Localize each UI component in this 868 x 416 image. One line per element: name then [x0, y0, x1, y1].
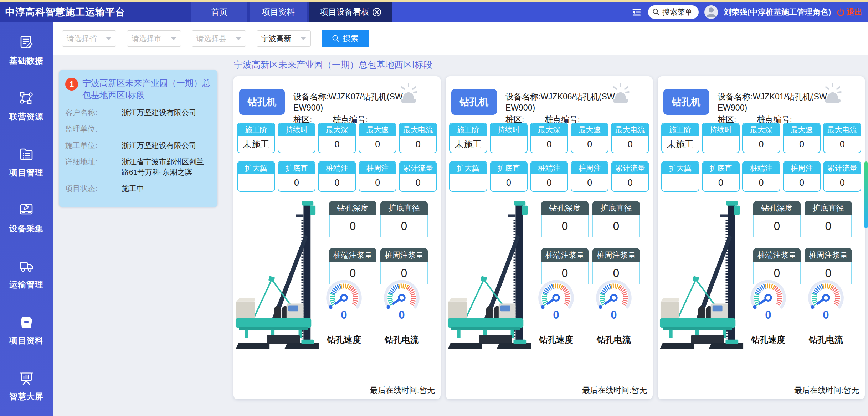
district-select[interactable]: 宁波高新 — [257, 30, 311, 47]
gauge-value: 0 — [399, 309, 405, 321]
power-icon — [837, 8, 845, 16]
sidebar-item-smart-screen[interactable]: 智慧大屏 — [0, 358, 53, 414]
gauge-label: 钻孔速度 — [745, 334, 791, 345]
close-tab-icon[interactable] — [372, 7, 381, 17]
stats-row-2: 扩大翼 扩底直0 桩端注0 桩周注0 累计流量0 — [237, 161, 437, 192]
search-icon — [332, 35, 340, 42]
county-select[interactable]: 请选择县 — [192, 30, 246, 47]
gauge-value: 0 — [341, 309, 347, 321]
device-card: 钻孔机 设备名称:WJZK07/钻孔机(SWEW900) 桩区: 桩点编号: 施… — [233, 76, 441, 399]
stat-box: 持续时 — [490, 123, 528, 153]
device-card: 钻孔机 设备名称:WJZK01/钻孔机(SWEW900) 桩区: 桩点编号: 施… — [658, 76, 865, 399]
scrollbar-thumb[interactable] — [864, 161, 868, 228]
chevron-down-icon — [236, 37, 241, 40]
gauge-label: 钻孔电流 — [803, 334, 849, 345]
logout-button[interactable]: 退出 — [837, 7, 862, 17]
menu-fold-icon[interactable] — [631, 6, 642, 18]
sidebar-item-basic-data[interactable]: 基础数据 — [0, 22, 53, 78]
archive-icon — [18, 314, 35, 331]
gauge-value: 0 — [765, 309, 771, 321]
gauge-dial: 0 — [321, 279, 367, 322]
stat-box: 最大速0 — [783, 123, 821, 153]
sidebar-item-device-collect[interactable]: 设备采集 — [0, 190, 53, 246]
dashboard-screen-icon — [18, 370, 35, 387]
gauge-label: 钻孔速度 — [321, 334, 367, 345]
stat-box: 桩周注0 — [359, 161, 397, 192]
sidebar-item-project-mgmt[interactable]: 项目管理 — [0, 134, 53, 190]
chevron-down-icon — [171, 37, 176, 40]
folder-list-icon — [18, 146, 35, 163]
alarm-siren-icon — [822, 81, 843, 105]
device-wrench-icon — [18, 202, 35, 219]
stat-box: 桩端注0 — [742, 161, 780, 192]
search-button[interactable]: 搜索 — [322, 30, 369, 47]
stat-box: 最大深0 — [742, 123, 780, 153]
avatar — [704, 5, 718, 19]
main-content: 宁波高新区未来产业园（一期）总包基地西区I标段 1 宁波高新区未来产业园（一期）… — [53, 55, 868, 416]
gauge-drill-speed: 0 钻孔速度 — [533, 279, 579, 345]
stats-row-1: 施工阶未施工 持续时 最大深0 最大速0 最大电流0 — [237, 123, 437, 153]
sidebar-item-joint-resources[interactable]: 联营资源 — [0, 78, 53, 134]
section-title: 宁波高新区未来产业园（一期）总包基地西区I标段 — [234, 59, 432, 71]
app-header: 中淳高科智慧施工运输平台 首页 项目资料 项目设备看板 搜索菜单 刘荣强(中淳桩… — [0, 2, 868, 22]
project-title-link[interactable]: 宁波高新区未来产业园（一期）总包基地西区I标段 — [82, 77, 211, 101]
stat-box: 最大速0 — [571, 123, 609, 153]
device-type-badge: 钻孔机 — [451, 89, 497, 115]
project-row-builder: 施工单位: 浙江万坚建设有限公司 — [65, 140, 211, 150]
stat-box: 最大深0 — [530, 123, 568, 153]
gauge-value: 0 — [823, 309, 829, 321]
truck-icon — [18, 258, 35, 275]
doc-edit-icon — [18, 34, 35, 51]
gauge-label: 钻孔速度 — [533, 334, 579, 345]
sidebar: 基础数据 联营资源 项目管理 设备采集 — [0, 22, 53, 416]
city-select[interactable]: 请选择市 — [127, 30, 181, 47]
filter-bar: 请选择省 请选择市 请选择县 宁波高新 搜索 — [53, 22, 868, 55]
stat-box: 桩端注0 — [530, 161, 568, 192]
province-select[interactable]: 请选择省 — [62, 30, 116, 47]
project-row-supervisor: 监理单位: — [65, 124, 211, 134]
stat-box: 扩底直0 — [278, 161, 316, 192]
tab-device-board[interactable]: 项目设备看板 — [309, 2, 392, 22]
stat-box: 累计流量0 — [823, 161, 861, 192]
username: 刘荣强(中淳桩基施工管理角色) — [724, 7, 831, 17]
alarm-siren-icon — [398, 81, 419, 105]
gauge-dial: 0 — [533, 279, 579, 322]
stats-row-1: 施工阶未施工 持续时 最大深0 最大速0 最大电流0 — [661, 123, 861, 153]
sidebar-item-transport-mgmt[interactable]: 运输管理 — [0, 246, 53, 302]
device-type-badge: 钻孔机 — [663, 89, 709, 115]
device-name: 设备名称:WJZK06/钻孔机(SWEW900) — [505, 91, 619, 113]
network-icon — [18, 90, 35, 107]
stat-box: 最大速0 — [359, 123, 397, 153]
stat-box: 施工阶未施工 — [449, 123, 487, 153]
project-info-panel[interactable]: 1 宁波高新区未来产业园（一期）总包基地西区I标段 客户名称: 浙江万坚建设有限… — [59, 70, 217, 207]
device-name: 设备名称:WJZK01/钻孔机(SWEW900) — [718, 91, 831, 113]
stat-box: 桩周注0 — [783, 161, 821, 192]
project-index-badge: 1 — [65, 78, 78, 91]
gauge-drill-current: 0 钻孔电流 — [379, 279, 425, 345]
stat-box: 最大深0 — [318, 123, 356, 153]
stat-box: 扩底直0 — [490, 161, 528, 192]
gauge-drill-speed: 0 钻孔速度 — [321, 279, 367, 345]
app-title: 中淳高科智慧施工运输平台 — [5, 2, 125, 22]
chevron-down-icon — [106, 37, 112, 40]
gauge-drill-current: 0 钻孔电流 — [803, 279, 849, 345]
stat-box: 累计流量0 — [399, 161, 437, 192]
device-card: 钻孔机 设备名称:WJZK06/钻孔机(SWEW900) 桩区: 桩点编号: 施… — [446, 76, 653, 399]
gauge-value: 0 — [553, 309, 559, 321]
metric-expand-diameter: 扩底直径0 — [380, 201, 428, 237]
stat-box: 扩大翼 — [237, 161, 275, 192]
sidebar-item-project-docs[interactable]: 项目资料 — [0, 302, 53, 358]
header-right: 搜索菜单 刘荣强(中淳桩基施工管理角色) 退出 — [392, 2, 868, 22]
stat-box: 累计流量0 — [611, 161, 649, 192]
gauge-drill-current: 0 钻孔电流 — [591, 279, 637, 345]
stat-box: 最大电流0 — [611, 123, 649, 153]
device-name: 设备名称:WJZK07/钻孔机(SWEW900) — [293, 91, 407, 113]
menu-search-input[interactable]: 搜索菜单 — [648, 5, 699, 19]
tab-home[interactable]: 首页 — [191, 2, 247, 22]
stat-box: 扩大翼 — [661, 161, 699, 192]
chevron-down-icon — [301, 37, 306, 40]
gauge-value: 0 — [611, 309, 617, 321]
user-icon — [704, 5, 718, 19]
tab-project-docs[interactable]: 项目资料 — [250, 2, 307, 22]
metric-expand-diameter: 扩底直径0 — [805, 201, 852, 237]
